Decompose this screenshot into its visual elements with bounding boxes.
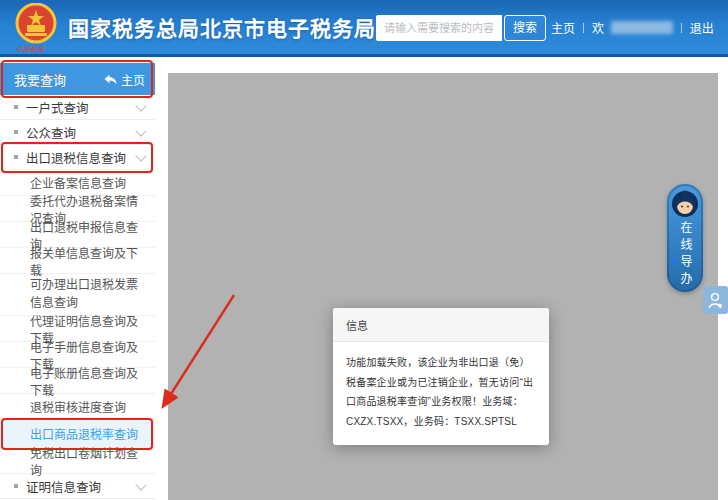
guide-avatar bbox=[671, 190, 699, 218]
sidebar-menu: 我要查询 主页 一户式查询 公众查询 出口退税信息查询 企业备案信息查询 委托代… bbox=[0, 57, 155, 500]
bullet-icon bbox=[14, 155, 18, 159]
user-icon bbox=[707, 291, 724, 310]
chevron-down-icon bbox=[135, 125, 146, 136]
header-branding: 中国税务 国家税务总局北京市电子税务局 无障碍阅读 bbox=[12, 0, 428, 54]
home-link[interactable]: 主页 bbox=[551, 19, 575, 36]
sidebar-item-duty-free-cigarette-plan-query[interactable]: 免税出口卷烟计划查询 bbox=[0, 448, 155, 474]
page-title: 国家税务总局北京市电子税务局 bbox=[68, 12, 376, 42]
sidebar-item-public-query[interactable]: 公众查询 bbox=[0, 120, 155, 145]
nav-separator: | bbox=[582, 21, 585, 33]
dialog-title: 信息 bbox=[333, 308, 549, 342]
online-guide-label: 在线导办 bbox=[679, 221, 691, 289]
chevron-down-icon bbox=[135, 100, 146, 111]
chevron-down-icon bbox=[135, 479, 146, 490]
sidebar-item-refund-audit-progress-query[interactable]: 退税审核进度查询 bbox=[0, 394, 155, 420]
online-guide-widget[interactable]: 在线导办 bbox=[667, 184, 703, 292]
search-input[interactable] bbox=[376, 15, 502, 41]
header-nav: 主页 | 欢 | 退出 bbox=[551, 0, 714, 54]
message-dialog: 信息 功能加载失败，该企业为非出口退（免）税备案企业或为已注销企业，暂无访问“出… bbox=[333, 308, 549, 445]
emblem-caption: 中国税务 bbox=[16, 44, 44, 54]
chevron-down-icon bbox=[135, 150, 146, 161]
sidebar-home-link[interactable]: 主页 bbox=[104, 71, 145, 88]
sidebar-item-certificate-info-query[interactable]: 证明信息查询 bbox=[0, 474, 155, 499]
bullet-icon bbox=[14, 484, 18, 488]
sidebar-item-refundable-invoice-query[interactable]: 可办理出口退税发票信息查询 bbox=[0, 274, 155, 316]
sidebar-header-label: 我要查询 bbox=[14, 70, 66, 89]
user-profile-float-button[interactable] bbox=[703, 286, 728, 314]
nav-separator: | bbox=[680, 21, 683, 33]
bullet-icon bbox=[14, 105, 18, 109]
sidebar-header-query[interactable]: 我要查询 主页 bbox=[0, 63, 155, 95]
sidebar-item-eledger-download[interactable]: 电子账册信息查询及下载 bbox=[0, 368, 155, 394]
dialog-message: 功能加载失败，该企业为非出口退（免）税备案企业或为已注销企业，暂无访问“出口商品… bbox=[333, 342, 549, 445]
reply-arrow-icon bbox=[104, 74, 117, 85]
national-emblem-logo: 中国税务 bbox=[12, 0, 62, 54]
welcome-label: 欢 bbox=[592, 19, 604, 36]
header-search: 搜索 bbox=[376, 15, 546, 41]
sidebar-item-export-refund-info-query[interactable]: 出口退税信息查询 bbox=[0, 145, 155, 170]
redacted-username bbox=[611, 21, 673, 34]
sidebar-item-customs-declaration-download[interactable]: 报关单信息查询及下载 bbox=[0, 248, 155, 274]
bullet-icon bbox=[14, 130, 18, 134]
sidebar-item-one-stop-query[interactable]: 一户式查询 bbox=[0, 95, 155, 120]
search-button[interactable]: 搜索 bbox=[504, 15, 546, 41]
logout-link[interactable]: 退出 bbox=[690, 19, 714, 36]
emblem-icon bbox=[14, 3, 58, 45]
app-header: 中国税务 国家税务总局北京市电子税务局 无障碍阅读 搜索 主页 | 欢 | 退出 bbox=[0, 0, 728, 57]
